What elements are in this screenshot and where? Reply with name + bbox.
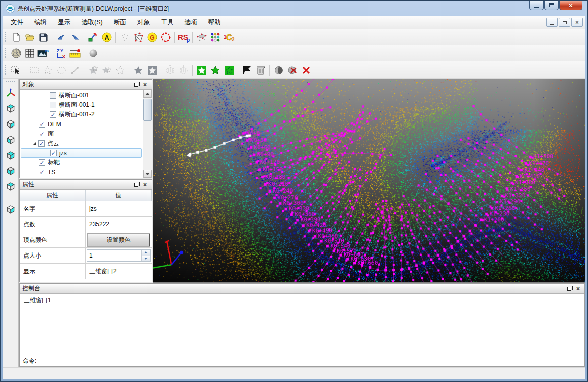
menu-item-0[interactable]: 文件 bbox=[5, 16, 29, 29]
close-button[interactable]: × bbox=[559, 1, 582, 10]
tree-item-jzs[interactable]: jzs bbox=[21, 148, 142, 158]
spinner-up-button[interactable] bbox=[142, 250, 150, 256]
cancel-x-button[interactable] bbox=[299, 63, 313, 77]
mdi-restore-button[interactable] bbox=[559, 18, 570, 27]
undo-button[interactable] bbox=[54, 31, 68, 44]
tree-item-横断面-001-2[interactable]: 横断面-001-2 bbox=[21, 110, 142, 119]
expander-icon[interactable] bbox=[33, 142, 36, 145]
new-file-button[interactable] bbox=[9, 31, 23, 44]
menu-item-4[interactable]: 断面 bbox=[108, 16, 132, 29]
spinner-down-button[interactable] bbox=[142, 256, 150, 262]
close-panel-button[interactable]: × bbox=[574, 285, 582, 292]
tree-scrollbar[interactable] bbox=[143, 90, 152, 178]
close-panel-button[interactable]: × bbox=[141, 81, 149, 88]
hide-blob-button[interactable] bbox=[272, 63, 285, 77]
checkbox-横断面-001-2[interactable] bbox=[50, 111, 56, 118]
view-cube-top-button[interactable] bbox=[5, 103, 17, 114]
checkbox-横断面-001-1[interactable] bbox=[50, 102, 56, 108]
sphere-ball-button[interactable] bbox=[86, 47, 100, 60]
tree-item-TS[interactable]: TS bbox=[21, 167, 142, 177]
redo-button[interactable] bbox=[68, 31, 82, 44]
tree-item-横断面-001-1[interactable]: 横断面-001-1 bbox=[21, 100, 142, 110]
tree-item-点云[interactable]: 点云 bbox=[21, 139, 142, 148]
cloud-points-button[interactable] bbox=[195, 31, 208, 44]
scroll-down-button[interactable] bbox=[143, 170, 152, 178]
geodesic-sphere-button[interactable] bbox=[9, 47, 23, 60]
toolbar-grip[interactable] bbox=[5, 65, 8, 75]
green-star-button[interactable] bbox=[208, 63, 222, 77]
blob-delete-button[interactable] bbox=[285, 63, 299, 77]
float-panel-button[interactable] bbox=[565, 285, 573, 292]
delete-trash-button[interactable] bbox=[254, 63, 267, 77]
menu-item-8[interactable]: 帮助 bbox=[203, 16, 227, 29]
mdi-minimize-button[interactable] bbox=[546, 18, 558, 27]
scroll-thumb[interactable] bbox=[143, 99, 152, 121]
pick-select-button[interactable] bbox=[9, 63, 23, 77]
point-size-spinner[interactable]: 1 bbox=[87, 249, 151, 262]
fence-box-1-button[interactable] bbox=[163, 63, 177, 77]
terrain-image-button[interactable]: m² bbox=[36, 47, 50, 60]
polygon-select-button[interactable] bbox=[41, 63, 54, 77]
coord-convert-1c2-button[interactable]: 1C2 bbox=[222, 31, 236, 44]
circle-a-button[interactable]: A bbox=[100, 31, 113, 44]
checkbox-点云[interactable] bbox=[38, 140, 45, 147]
menu-item-6[interactable]: 工具 bbox=[156, 16, 179, 29]
checkbox-标靶[interactable] bbox=[39, 159, 45, 166]
maximize-button[interactable] bbox=[544, 1, 559, 10]
set-color-button[interactable]: 设置颜色 bbox=[88, 234, 150, 246]
axes-triad-button[interactable] bbox=[5, 87, 17, 98]
circle-g-button[interactable]: G bbox=[145, 31, 159, 44]
mesh-prism-button[interactable] bbox=[131, 31, 145, 44]
tree-item-横断面-001[interactable]: 横断面-001 bbox=[21, 91, 142, 100]
mdi-close-button[interactable]: × bbox=[571, 18, 583, 27]
menu-item-3[interactable]: 选取(S) bbox=[76, 16, 108, 29]
scroll-up-button[interactable] bbox=[143, 90, 152, 98]
flag-button[interactable] bbox=[240, 63, 254, 77]
float-panel-button[interactable] bbox=[132, 81, 140, 88]
checkbox-TS[interactable] bbox=[39, 169, 45, 175]
close-panel-button[interactable]: × bbox=[141, 181, 149, 188]
command-line[interactable]: 命令: bbox=[20, 355, 584, 366]
view-cube-front-button[interactable] bbox=[5, 134, 17, 145]
zyx-axes-button[interactable]: ZYX bbox=[54, 47, 68, 60]
grid-button[interactable] bbox=[23, 47, 36, 60]
green-select-keep-button[interactable] bbox=[222, 63, 236, 77]
checkbox-DEM[interactable] bbox=[39, 121, 45, 128]
menu-item-1[interactable]: 编辑 bbox=[29, 16, 52, 29]
float-panel-button[interactable] bbox=[132, 181, 140, 188]
green-select-in-button[interactable] bbox=[195, 63, 208, 77]
star-solid-button[interactable] bbox=[131, 63, 145, 77]
lasso-select-button[interactable] bbox=[54, 63, 68, 77]
checkbox-jzs[interactable] bbox=[50, 150, 57, 156]
toolbar-grip[interactable] bbox=[6, 81, 15, 83]
star-invert-button[interactable] bbox=[145, 63, 159, 77]
tree-item-面[interactable]: 面 bbox=[21, 129, 142, 139]
star-outline-button[interactable] bbox=[113, 63, 127, 77]
open-file-button[interactable] bbox=[23, 31, 36, 44]
measure-ruler-button[interactable] bbox=[68, 47, 82, 60]
fence-box-2-button[interactable] bbox=[177, 63, 190, 77]
view-cube-iso-button[interactable] bbox=[5, 204, 17, 215]
menu-item-5[interactable]: 对象 bbox=[132, 16, 156, 29]
circle-o-fit-button[interactable] bbox=[159, 31, 172, 44]
tree-item-标靶[interactable]: 标靶 bbox=[21, 158, 142, 167]
view-cube-right-button[interactable] bbox=[5, 118, 17, 130]
view-cube-top-front-button[interactable] bbox=[5, 181, 17, 192]
register-transform-button[interactable] bbox=[86, 31, 100, 44]
line-pick-button[interactable] bbox=[68, 63, 82, 77]
checkbox-面[interactable] bbox=[39, 131, 45, 137]
minimize-button[interactable] bbox=[529, 1, 544, 10]
sparse-points-button[interactable] bbox=[118, 31, 131, 44]
rect-select-button[interactable] bbox=[27, 63, 41, 77]
rs-p-button[interactable]: RSp bbox=[177, 31, 190, 44]
star-intersect-button[interactable] bbox=[100, 63, 113, 77]
save-button[interactable] bbox=[36, 31, 50, 44]
checkbox-横断面-001[interactable] bbox=[50, 92, 56, 99]
toolbar-grip[interactable] bbox=[5, 48, 8, 58]
color-grid-button[interactable] bbox=[208, 31, 222, 44]
viewport-canvas[interactable] bbox=[153, 79, 585, 282]
star-subtract-button[interactable] bbox=[86, 63, 100, 77]
tree-item-DEM[interactable]: DEM bbox=[21, 119, 142, 129]
toolbar-grip[interactable] bbox=[5, 32, 8, 42]
menu-item-2[interactable]: 显示 bbox=[52, 16, 76, 29]
